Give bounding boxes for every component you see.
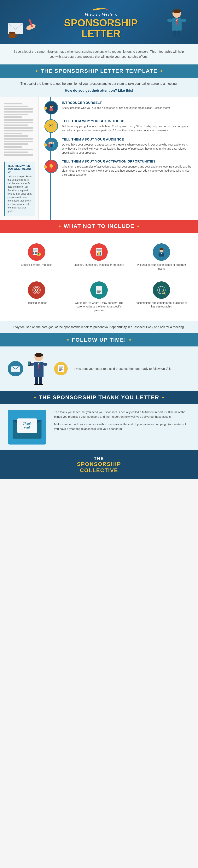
bullet-left: •	[36, 68, 38, 74]
svg-rect-66	[97, 290, 101, 290]
step-4-text: Give them three examples of activation i…	[62, 165, 192, 177]
svg-rect-19	[50, 108, 53, 111]
followup-icons	[8, 352, 68, 385]
phone-person-icon	[27, 352, 50, 385]
svg-rect-93	[59, 369, 62, 369]
what-not-item-2-label: Leaflets, pamphlets, samples or proposal…	[74, 263, 124, 267]
svg-rect-94	[59, 369, 63, 370]
what-not-grid: $ Specific financial requests Leafle	[8, 241, 190, 315]
svg-rect-27	[53, 144, 55, 147]
followup-header-title: FOLLOW UP TIME!	[72, 337, 126, 343]
template-attention-text: How do you get their attention? Like thi…	[8, 88, 190, 93]
svg-rect-39	[35, 252, 36, 253]
template-header: • THE SPONSORSHIP LETTER TEMPLATE •	[0, 64, 198, 78]
svg-point-60	[36, 289, 37, 291]
connector-dot	[44, 165, 47, 168]
audience-icon	[45, 137, 58, 151]
svg-point-24	[50, 142, 53, 144]
svg-rect-64	[97, 288, 101, 288]
svg-rect-91	[59, 367, 63, 367]
thankyou-paragraph-2: Make sure to thank your sponsors within …	[54, 422, 190, 431]
letter-line	[4, 146, 22, 148]
step-1-content: INTRODUCE YOURSELF Briefly describe who …	[62, 101, 170, 110]
svg-rect-67	[97, 291, 101, 292]
step-audience: TELL THEM ABOUT YOUR AUDIENCE Do you hav…	[45, 137, 192, 155]
focus-target-icon	[32, 285, 41, 295]
svg-rect-65	[97, 289, 101, 289]
thankyou-text-block: The thank you letter that you send your …	[54, 410, 190, 444]
svg-line-34	[49, 164, 50, 164]
step-activation: TELL THEM ABOUT YOUR ACTIVATION OPPORTUN…	[45, 160, 192, 177]
what-not-item-4: Focusing on need	[8, 279, 65, 315]
envelope-icon-wrap	[8, 361, 23, 376]
letter-line	[4, 152, 28, 153]
svg-rect-55	[159, 253, 164, 256]
step-3-text: Do you have your prospect's target custo…	[62, 143, 192, 155]
what-not-item-5: Words like "to whom it may concern" (Be …	[70, 279, 128, 315]
demographic-globe-icon	[157, 285, 166, 295]
connector-dot	[44, 125, 47, 128]
letter-template: TELL THEM WHEN YOU WILL FOLLOW UP Let yo…	[0, 97, 198, 220]
svg-point-18	[50, 105, 53, 106]
footer: THE SPONSORSHIP COLLECTIVE	[0, 450, 198, 479]
svg-line-32	[53, 164, 54, 164]
followup-section: If you sent your letter to a cold prospe…	[0, 346, 198, 391]
letter-line	[4, 154, 33, 156]
svg-rect-11	[167, 19, 172, 22]
letter-lines	[4, 103, 35, 156]
hero-main-title: SPONSORSHIP	[45, 18, 158, 28]
template-intro-text: The goal of the letter is to get the att…	[8, 82, 190, 86]
footer-line1: THE	[6, 456, 192, 461]
person-icon	[48, 104, 55, 111]
svg-rect-40	[36, 252, 37, 253]
lightbulb-icon	[48, 163, 55, 170]
letter-line	[4, 111, 33, 113]
bullet-right-2: •	[137, 223, 139, 229]
coffee-cup-icon	[8, 29, 19, 39]
followup-body-text: If you sent your letter to a cold prospe…	[74, 366, 190, 371]
what-not-header: • WHAT NOT TO INCLUDE •	[0, 220, 198, 233]
what-not-header-title: WHAT NOT TO INCLUDE	[64, 223, 134, 229]
stay-focused-section: Stay focused on the core goal of the spo…	[0, 321, 198, 333]
svg-point-28	[50, 164, 53, 168]
hero-section: How to Write a SPONSORSHIP LETTER	[0, 0, 198, 44]
note-icon-wrap	[54, 362, 68, 375]
svg-point-9	[172, 9, 181, 13]
letter-line	[4, 103, 22, 104]
svg-rect-14	[173, 31, 176, 37]
svg-rect-85	[43, 363, 47, 366]
svg-rect-47	[96, 249, 102, 250]
person-picture-icon	[157, 247, 166, 257]
follow-up-text: Let your prospect know that you are goin…	[7, 175, 32, 213]
svg-rect-12	[181, 19, 187, 22]
leaflets-icon	[90, 243, 108, 261]
letter-line	[4, 133, 22, 134]
svg-point-54	[160, 248, 163, 250]
svg-point-5	[9, 32, 15, 34]
bullet-left-4: •	[34, 394, 36, 401]
stakeholders-icon	[153, 243, 170, 261]
document-icon	[90, 281, 108, 299]
hero-sub-title: LETTER	[45, 28, 158, 39]
note-icon	[57, 365, 65, 373]
thankyou-header-title: THE SPONSORSHIP THANK YOU LETTER	[39, 394, 159, 401]
target-icon	[28, 281, 45, 299]
step-3-title: TELL THEM ABOUT YOUR AUDIENCE	[62, 137, 192, 142]
letter-document-icon	[94, 285, 104, 295]
bullet-right-3: •	[129, 337, 131, 343]
step-introduce: INTRODUCE YOURSELF Briefly describe who …	[45, 101, 192, 115]
intro-section: I see a lot of the same mistakes made wh…	[0, 44, 198, 64]
activation-icon	[45, 160, 58, 173]
letter-line	[4, 114, 28, 115]
letter-line	[4, 116, 22, 118]
connector-dot	[44, 144, 47, 147]
what-not-section: $ Specific financial requests Leafle	[0, 233, 198, 321]
svg-point-22	[48, 142, 50, 144]
letter-preview: TELL THEM WHEN YOU WILL FOLLOW UP Let yo…	[0, 97, 39, 220]
footer-line3: COLLECTIVE	[6, 467, 192, 473]
what-not-item-2: Leaflets, pamphlets, samples or proposal…	[70, 241, 128, 274]
svg-rect-29	[51, 168, 52, 169]
step-3-content: TELL THEM ABOUT YOUR AUDIENCE Do you hav…	[62, 137, 192, 155]
hero-title-block: How to Write a SPONSORSHIP LETTER	[43, 6, 159, 40]
svg-rect-25	[51, 144, 53, 147]
